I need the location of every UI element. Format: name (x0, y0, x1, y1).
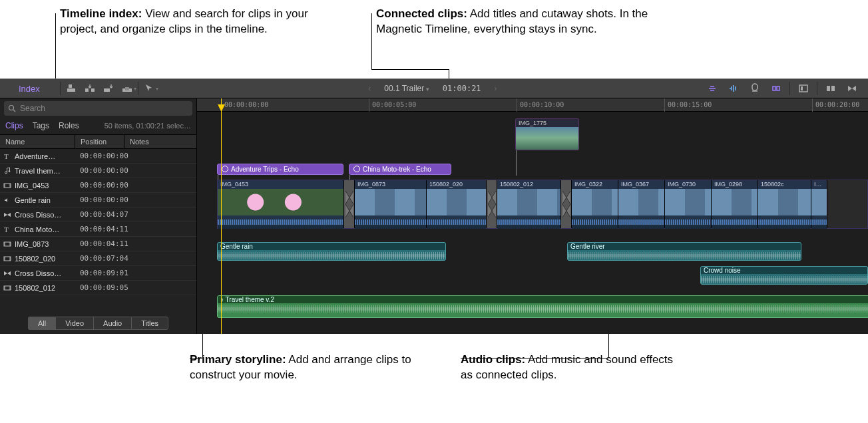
table-row[interactable]: IMG_087300:00:04:11 (0, 237, 196, 251)
audio-clip-label: Crowd noise (701, 267, 867, 274)
clip-thumbnail (712, 189, 758, 215)
storyline-clip[interactable]: I… (811, 180, 827, 228)
svg-rect-2 (85, 88, 89, 92)
transitions-browser-button[interactable] (843, 78, 861, 98)
playhead[interactable] (221, 98, 222, 334)
title-clip[interactable]: China Moto-trek - Echo (349, 164, 451, 175)
clip-label: IMG_0298 (712, 180, 758, 189)
tab-tags[interactable]: Tags (33, 121, 49, 130)
filter-audio[interactable]: Audio (93, 317, 131, 330)
clip-waveform (712, 215, 758, 229)
clip-thumbnail (618, 189, 664, 215)
primary-storyline[interactable]: IMG_0453IMG_0873150802_020150802_012IMG_… (217, 180, 868, 229)
table-row[interactable]: TAdventure…00:00:00:00 (0, 149, 196, 164)
row-position: 00:00:00:00 (75, 196, 124, 204)
audio-clip-travel-theme[interactable]: ♪ Travel theme v.2 (217, 295, 868, 318)
svg-rect-8 (801, 86, 803, 90)
filter-all[interactable]: All (28, 317, 55, 330)
row-name: 150802_012 (15, 284, 75, 292)
clip-appearance-button[interactable] (794, 78, 813, 98)
ruler-tick: 00:00:05:00 (369, 98, 416, 112)
snapping-toggle[interactable] (767, 78, 785, 98)
row-name: China Moto… (15, 225, 75, 233)
ruler-tick: 00:00:15:00 (664, 98, 712, 112)
connection-line (349, 175, 350, 180)
clip-thumbnail (811, 189, 827, 215)
effects-browser-button[interactable] (821, 78, 840, 98)
connected-clip-label: IMG_1775 (516, 119, 578, 127)
storyline-clip[interactable]: IMG_0322 (572, 180, 618, 228)
callout-timeline-index: Timeline index: View and search for clip… (60, 7, 326, 37)
filter-titles[interactable]: Titles (131, 317, 168, 330)
audio-icon (0, 196, 15, 204)
row-position: 00:00:09:01 (75, 269, 124, 277)
clip-thumbnail (427, 189, 486, 215)
audio-skimming-toggle[interactable] (724, 78, 743, 98)
table-row[interactable]: Travel them…00:00:00:00 (0, 164, 196, 178)
svg-rect-6 (125, 87, 129, 90)
row-name: Adventure… (15, 152, 75, 160)
clip-waveform (811, 215, 827, 229)
storyline-clip[interactable]: 150802_020 (427, 180, 487, 228)
append-clip-button[interactable] (99, 78, 118, 98)
svg-rect-4 (104, 88, 110, 92)
svg-text:T: T (4, 225, 9, 233)
connected-clip[interactable]: IMG_1775 (515, 118, 579, 150)
title-icon: T (0, 225, 15, 233)
insert-clip-button[interactable] (81, 78, 99, 98)
storyline-clip[interactable]: IMG_0873 (355, 180, 427, 228)
transition[interactable] (561, 180, 572, 228)
audio-clip-gentle-rain[interactable]: Gentle rain (217, 242, 446, 261)
clip-waveform (497, 215, 560, 229)
table-row[interactable]: TChina Moto…00:00:04:11 (0, 222, 196, 237)
solo-toggle[interactable] (746, 78, 764, 98)
timeline-ruler[interactable]: 00:00:00:0000:00:05:0000:00:10:0000:00:1… (197, 98, 868, 112)
timeline-canvas[interactable]: 00:00:00:0000:00:05:0000:00:10:0000:00:1… (197, 98, 868, 334)
tab-clips[interactable]: Clips (5, 121, 23, 130)
storyline-clip[interactable]: 150802c (758, 180, 811, 228)
row-name: Gentle rain (15, 196, 75, 204)
audio-clip-gentle-river[interactable]: Gentle river (567, 242, 801, 261)
storyline-clip[interactable]: IMG_0453 (218, 180, 344, 228)
clip-label: 150802_020 (427, 180, 486, 189)
audio-clip-crowd-noise[interactable]: Crowd noise (700, 266, 868, 285)
storyline-clip[interactable]: IMG_0367 (618, 180, 665, 228)
connect-clip-button[interactable] (62, 78, 81, 98)
tool-selector[interactable]: ▾ (140, 78, 162, 98)
tab-roles[interactable]: Roles (59, 121, 79, 130)
transition[interactable] (487, 180, 497, 228)
row-position: 00:00:04:11 (75, 239, 124, 248)
clip-label: IMG_0873 (355, 180, 426, 189)
ruler-tick: 00:00:10:00 (517, 98, 564, 112)
storyline-clip[interactable]: IMG_0298 (712, 180, 758, 228)
clip-thumbnail (665, 189, 711, 215)
index-table-header: Name Position Notes (0, 134, 196, 149)
table-row[interactable]: 150802_02000:00:07:04 (0, 251, 196, 266)
table-row[interactable]: IMG_045300:00:00:00 (0, 178, 196, 193)
clip-thumbnail (572, 189, 618, 215)
skimming-toggle[interactable] (703, 78, 722, 98)
table-row[interactable]: Gentle rain00:00:00:00 (0, 193, 196, 208)
row-position: 00:00:04:07 (75, 210, 124, 219)
transition[interactable] (344, 180, 355, 228)
title-clip[interactable]: Adventure Trips - Echo (217, 164, 343, 175)
svg-rect-1 (69, 84, 72, 88)
col-header-notes[interactable]: Notes (124, 135, 196, 148)
svg-rect-3 (91, 88, 95, 92)
table-row[interactable]: 150802_01200:00:09:05 (0, 281, 196, 295)
storyline-clip[interactable]: 150802_012 (497, 180, 561, 228)
index-search-input[interactable]: Search (4, 101, 192, 116)
row-name: IMG_0873 (15, 240, 75, 248)
row-name: Cross Disso… (15, 211, 75, 219)
index-button[interactable]: Index (0, 78, 59, 98)
table-row[interactable]: Cross Disso…00:00:04:07 (0, 208, 196, 222)
project-name[interactable]: 00.1 Trailer (384, 84, 429, 93)
col-header-position[interactable]: Position (75, 135, 124, 148)
clip-waveform (665, 215, 711, 229)
row-name: Travel them… (15, 167, 75, 175)
storyline-clip[interactable]: IMG_0730 (665, 180, 712, 228)
filter-video[interactable]: Video (55, 317, 93, 330)
table-row[interactable]: Cross Disso…00:00:09:01 (0, 266, 196, 281)
timeline-toolbar: Index ▾ ▾ ‹ 00.1 Trailer 01:00:21 › (0, 78, 868, 98)
col-header-name[interactable]: Name (0, 135, 75, 148)
